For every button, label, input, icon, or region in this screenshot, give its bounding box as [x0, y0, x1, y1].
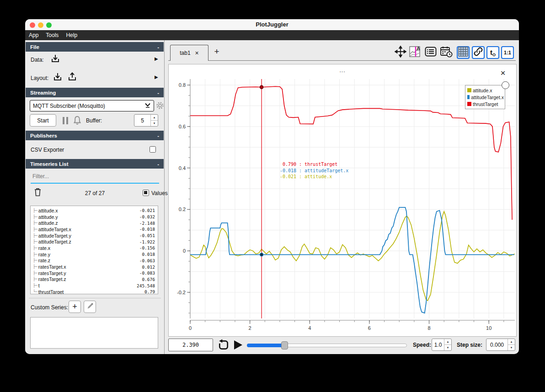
tree-branch-icon: ├─: [33, 208, 37, 213]
timeseries-value: 245.548: [137, 283, 155, 288]
plot-legend[interactable]: attitude.xattitudeTarget.xthrustTarget: [465, 85, 505, 109]
menu-help[interactable]: Help: [66, 32, 77, 38]
file-section-header[interactable]: File -: [26, 42, 164, 52]
legend-label: attitudeTarget.x: [471, 95, 504, 100]
tracker-readout-line: -0.018 : attitudeTarget.x: [268, 168, 348, 174]
link-time-axis-button[interactable]: [472, 46, 485, 59]
tree-branch-icon: ├─: [33, 246, 37, 250]
tracker-readout-line: 0.790 : thrustTarget: [268, 161, 348, 168]
timeseries-row[interactable]: ├─ratesTarget.z0.676: [31, 276, 158, 283]
current-time-field[interactable]: 2.390: [168, 339, 213, 351]
timeseries-value: -0.021: [139, 208, 155, 213]
step-decrement-button[interactable]: ▼: [508, 345, 515, 350]
legend-entry[interactable]: attitudeTarget.x: [466, 94, 504, 101]
buffer-decrement-button[interactable]: ▼: [151, 121, 158, 126]
data-expand-arrow[interactable]: ▶: [155, 56, 158, 61]
buffer-increment-button[interactable]: ▲: [151, 115, 158, 121]
legend-entry[interactable]: thrustTarget: [466, 101, 504, 107]
notifications-bell-icon[interactable]: [73, 116, 82, 127]
menu-app[interactable]: App: [29, 32, 38, 38]
timeseries-row[interactable]: └─thrustTarget0.79: [31, 289, 158, 294]
edit-custom-series-button[interactable]: [84, 301, 96, 313]
play-button[interactable]: [232, 339, 243, 352]
collapse-icon[interactable]: -: [157, 133, 159, 138]
title-bar: PlotJuggler: [25, 19, 519, 30]
time-slider[interactable]: [247, 341, 407, 350]
calendar-clock-icon: [439, 46, 453, 60]
start-streaming-button[interactable]: Start: [30, 114, 56, 127]
step-increment-button[interactable]: ▲: [508, 339, 515, 345]
slider-thumb[interactable]: [281, 341, 288, 350]
timeseries-row[interactable]: ├─ratesTarget.x0.012: [31, 264, 158, 270]
legend-swatch-icon: [467, 102, 471, 106]
edit-plot-style-button[interactable]: A: [408, 46, 421, 59]
layout-export-icon[interactable]: [67, 72, 77, 84]
tree-branch-icon: ├─: [33, 252, 37, 257]
csv-exporter-checkbox[interactable]: [150, 146, 156, 153]
series-attitude.x: [190, 212, 515, 301]
timeseries-row[interactable]: ├─attitude.z-2.148: [31, 220, 158, 226]
speed-increment-button[interactable]: ▲: [444, 339, 451, 345]
svg-text:2: 2: [249, 325, 251, 331]
legend-handle-icon[interactable]: [502, 81, 509, 89]
show-curve-list-button[interactable]: [424, 46, 437, 59]
plot-close-icon[interactable]: ×: [498, 68, 508, 78]
values-checkbox[interactable]: [143, 190, 149, 196]
timeseries-row[interactable]: ├─attitude.y-0.032: [31, 214, 158, 220]
collapse-icon[interactable]: -: [157, 44, 159, 50]
time-offset-button[interactable]: tO: [486, 46, 499, 59]
plotjuggler-window: PlotJuggler App Tools Help File - Data: …: [25, 19, 519, 354]
timeseries-row[interactable]: ├─attitudeTarget.y-0.051: [31, 233, 158, 239]
ratio-1-1-button[interactable]: 1:1: [501, 46, 514, 59]
timeseries-section-header[interactable]: Timeseries List -: [26, 159, 164, 169]
add-tab-button[interactable]: +: [212, 47, 222, 57]
timeseries-row[interactable]: ├─ratesTarget.y-0.083: [31, 270, 158, 276]
move-arrows-icon: [395, 46, 406, 59]
plot-title[interactable]: ...: [169, 67, 516, 74]
collapse-icon[interactable]: -: [157, 161, 159, 167]
speed-decrement-button[interactable]: ▼: [444, 345, 451, 350]
streaming-settings-gear-icon[interactable]: [156, 101, 164, 111]
buffer-spinbox[interactable]: 5 ▲ ▼: [134, 114, 158, 127]
timeseries-value: 0.018: [142, 252, 155, 257]
plot-canvas[interactable]: 0246810-0.200.20.40.60.8: [169, 64, 516, 336]
chart-annotation-icon: A: [409, 46, 421, 59]
buffer-label: Buffer:: [86, 117, 102, 124]
toggle-grid-button[interactable]: [457, 46, 470, 59]
timeseries-value: -1.922: [139, 239, 155, 244]
timeseries-row[interactable]: ├─attitude.x-0.021: [31, 207, 158, 214]
pause-icon[interactable]: [62, 117, 69, 127]
filter-input[interactable]: [32, 173, 157, 180]
timeseries-row[interactable]: ├─rate.y0.018: [31, 251, 158, 258]
menu-tools[interactable]: Tools: [46, 32, 59, 38]
data-import-icon[interactable]: [50, 53, 60, 65]
loop-playback-icon[interactable]: [218, 339, 230, 353]
streaming-source-select[interactable]: MQTT Subscriber (Mosquitto): [30, 100, 154, 111]
legend-entry[interactable]: attitude.x: [466, 87, 504, 94]
t-zero-icon: tO: [490, 48, 496, 57]
streaming-section-header[interactable]: Streaming -: [26, 88, 164, 97]
layout-import-icon[interactable]: [53, 72, 63, 84]
timeseries-row[interactable]: ├─attitudeTarget.x-0.018: [31, 226, 158, 233]
step-size-spinbox[interactable]: 0.000 ▲ ▼: [486, 339, 515, 351]
move-plots-button[interactable]: [394, 46, 407, 59]
timeseries-row[interactable]: ├─rate.x-0.156: [31, 245, 158, 251]
tab-close-icon[interactable]: ×: [195, 50, 199, 56]
layout-expand-arrow[interactable]: ▶: [155, 74, 158, 79]
collapse-icon[interactable]: -: [157, 90, 159, 95]
custom-series-list: [30, 317, 158, 349]
link-icon: [473, 46, 484, 59]
speed-spinbox[interactable]: 1.0 ▲ ▼: [432, 339, 452, 351]
timeseries-row[interactable]: ├─rate.z-0.063: [31, 258, 158, 264]
timeseries-name: attitudeTarget.x: [38, 227, 71, 232]
timeseries-row[interactable]: ├─attitudeTarget.z-1.922: [31, 238, 158, 245]
timeseries-name: attitude.z: [38, 220, 58, 226]
tracker-dot: [260, 253, 263, 256]
series-attitudeTarget.x: [190, 207, 514, 313]
publishers-section-header[interactable]: Publishers -: [26, 131, 164, 140]
legend-swatch-icon: [467, 95, 470, 99]
add-custom-series-button[interactable]: +: [69, 301, 81, 313]
use-date-time-button[interactable]: [440, 46, 453, 59]
tab-tab1[interactable]: tab1 ×: [170, 45, 208, 61]
timeseries-row[interactable]: ├─t245.548: [31, 282, 158, 289]
